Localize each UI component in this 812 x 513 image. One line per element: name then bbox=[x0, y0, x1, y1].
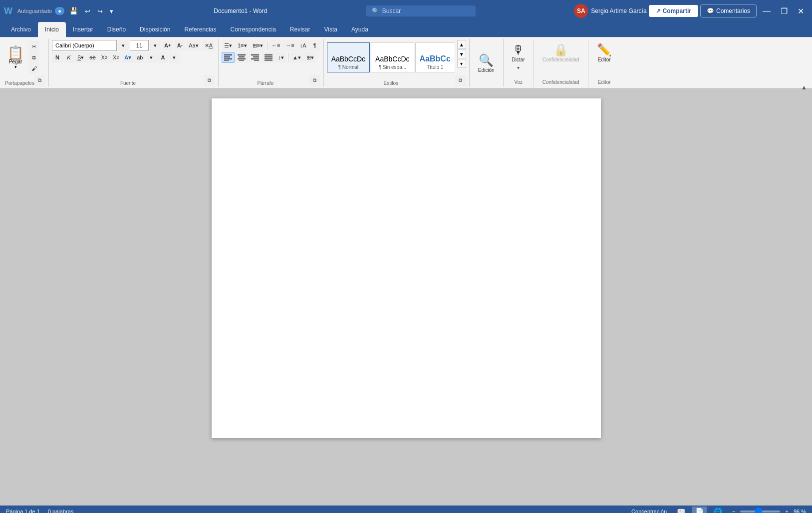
status-bar-right: Concentración 📖 📄 🌐 − + 96 % bbox=[628, 507, 806, 513]
styles-settings[interactable]: ⧉ bbox=[455, 75, 466, 86]
tab-inicio[interactable]: Inicio bbox=[38, 22, 66, 38]
show-marks-button[interactable]: ¶ bbox=[309, 40, 320, 51]
print-layout-button[interactable]: 📄 bbox=[692, 507, 707, 513]
confidencialidad-button[interactable]: 🔒 Confidencialidad bbox=[539, 41, 583, 64]
paragraph-group: ☰▾ 1≡▾ ⊞≡▾ ←≡ →≡ ↕A ¶ bbox=[219, 39, 324, 87]
paste-dropdown[interactable]: ▾ bbox=[14, 64, 17, 69]
editor-group-label: Editor bbox=[593, 78, 615, 85]
bullets-button[interactable]: ☰▾ bbox=[222, 40, 235, 51]
style-no-space-label: ¶ Sin espa... bbox=[379, 64, 406, 70]
clear-format-button[interactable]: ✕A bbox=[202, 40, 215, 51]
copy-button[interactable]: ⧉ bbox=[28, 52, 39, 63]
shading-button[interactable]: ▲▾ bbox=[290, 52, 303, 63]
customize-qat-button[interactable]: ▾ bbox=[108, 5, 115, 17]
align-left-button[interactable] bbox=[222, 52, 235, 63]
grow-font-button[interactable]: A+ bbox=[162, 40, 173, 51]
text-effects-button[interactable]: A▾ bbox=[122, 52, 134, 63]
superscript-button[interactable]: X2 bbox=[110, 52, 121, 63]
confidencialidad-group: 🔒 Confidencialidad Confidencialidad bbox=[534, 39, 588, 87]
edicion-button[interactable]: 🔍 Edición bbox=[475, 51, 498, 75]
increase-indent-button[interactable]: →≡ bbox=[283, 40, 296, 51]
style-normal[interactable]: AaBbCcDc ¶ Normal bbox=[327, 42, 370, 72]
change-case-button[interactable]: Aa▾ bbox=[186, 40, 201, 51]
paste-button[interactable]: 📋 Pegar ▾ bbox=[5, 40, 26, 75]
comments-label: Comentarios bbox=[716, 7, 750, 14]
comments-button[interactable]: 💬 Comentarios bbox=[700, 4, 757, 17]
restore-button[interactable]: ❐ bbox=[777, 4, 792, 18]
font-name-dropdown[interactable]: ▾ bbox=[118, 40, 129, 51]
tab-ayuda[interactable]: Ayuda bbox=[344, 22, 375, 38]
numbering-button[interactable]: 1≡▾ bbox=[235, 40, 250, 51]
styles-scroll-down[interactable]: ▼ bbox=[457, 49, 466, 58]
font-group: ▾ ▾ A+ A- Aa▾ ✕A N K S▾ ab X2 X2 A▾ bbox=[49, 39, 219, 87]
zoom-out-button[interactable]: − bbox=[729, 508, 738, 513]
minimize-button[interactable]: — bbox=[759, 4, 775, 17]
styles-gallery: AaBbCcDc ¶ Normal AaBbCcDc ¶ Sin espa...… bbox=[327, 40, 455, 75]
editor-button[interactable]: ✏️ Editor bbox=[593, 41, 615, 64]
web-layout-button[interactable]: 🌐 bbox=[711, 507, 725, 513]
dictar-button[interactable]: 🎙 Dictar bbox=[509, 41, 529, 64]
search-icon: 🔍 bbox=[372, 7, 379, 14]
collapse-ribbon-button[interactable]: ▲ bbox=[798, 83, 810, 92]
zoom-slider[interactable] bbox=[740, 511, 780, 513]
strikethrough-button[interactable]: ab bbox=[87, 52, 98, 63]
document-page[interactable] bbox=[212, 98, 601, 438]
format-painter-button[interactable]: 🖌 bbox=[28, 63, 39, 74]
style-normal-preview: AaBbCcDc bbox=[331, 55, 365, 63]
borders-button[interactable]: ⊞▾ bbox=[304, 52, 316, 63]
focus-button[interactable]: Concentración bbox=[628, 508, 670, 513]
autosave-toggle[interactable]: ● bbox=[55, 7, 64, 15]
svg-rect-2 bbox=[224, 58, 232, 59]
style-no-space[interactable]: AaBbCcDc ¶ Sin espa... bbox=[371, 42, 414, 72]
dictar-dropdown[interactable]: ▾ bbox=[515, 64, 522, 71]
cut-button[interactable]: ✂ bbox=[28, 41, 39, 52]
underline-button[interactable]: S▾ bbox=[75, 52, 86, 63]
save-button[interactable]: 💾 bbox=[67, 5, 80, 17]
font-color-button[interactable]: A bbox=[157, 52, 168, 63]
tab-vista[interactable]: Vista bbox=[317, 22, 344, 38]
close-button[interactable]: ✕ bbox=[794, 4, 808, 18]
multilevel-button[interactable]: ⊞≡▾ bbox=[250, 40, 266, 51]
italic-button[interactable]: K bbox=[63, 52, 74, 63]
tab-archivo[interactable]: Archivo bbox=[4, 22, 38, 38]
shrink-font-button[interactable]: A- bbox=[174, 40, 185, 51]
paragraph-settings[interactable]: ⧉ bbox=[309, 75, 320, 86]
zoom-in-button[interactable]: + bbox=[782, 508, 791, 513]
subscript-button[interactable]: X2 bbox=[99, 52, 110, 63]
tab-correspondencia[interactable]: Correspondencia bbox=[223, 22, 282, 38]
svg-rect-0 bbox=[224, 54, 232, 55]
confidencialidad-label: Confidencialidad bbox=[542, 57, 579, 62]
share-button[interactable]: ↗ Compartir bbox=[649, 5, 698, 17]
align-right-button[interactable] bbox=[249, 52, 262, 63]
styles-scroll-up[interactable]: ▲ bbox=[457, 40, 466, 49]
align-center-button[interactable] bbox=[235, 52, 248, 63]
tab-insertar[interactable]: Insertar bbox=[66, 22, 100, 38]
font-color-dropdown[interactable]: ▾ bbox=[169, 52, 180, 63]
read-mode-button[interactable]: 📖 bbox=[674, 507, 688, 513]
editor-icon: ✏️ bbox=[597, 43, 612, 57]
font-size-dropdown[interactable]: ▾ bbox=[150, 40, 161, 51]
style-title1[interactable]: AaBbCc Título 1 bbox=[415, 42, 455, 72]
search-input[interactable] bbox=[382, 7, 462, 14]
font-name-input[interactable] bbox=[52, 40, 117, 51]
decrease-indent-button[interactable]: ←≡ bbox=[269, 40, 282, 51]
line-spacing-button[interactable]: ↕▾ bbox=[275, 52, 286, 63]
tab-diseno[interactable]: Diseño bbox=[100, 22, 133, 38]
justify-button[interactable] bbox=[262, 52, 275, 63]
bold-button[interactable]: N bbox=[52, 52, 63, 63]
redo-button[interactable]: ↪ bbox=[95, 5, 105, 17]
search-box[interactable]: 🔍 bbox=[366, 5, 476, 16]
style-normal-label: ¶ Normal bbox=[338, 64, 358, 70]
highlight-button[interactable]: ab bbox=[134, 52, 145, 63]
confidencialidad-icon: 🔒 bbox=[553, 43, 568, 57]
styles-expand[interactable]: ▾ bbox=[457, 59, 466, 68]
sort-button[interactable]: ↕A bbox=[297, 40, 309, 51]
tab-revisar[interactable]: Revisar bbox=[283, 22, 317, 38]
tab-referencias[interactable]: Referencias bbox=[177, 22, 223, 38]
clipboard-settings[interactable]: ⧉ bbox=[34, 75, 45, 86]
undo-button[interactable]: ↩ bbox=[83, 5, 92, 17]
font-size-input[interactable] bbox=[130, 40, 149, 51]
highlight-dropdown[interactable]: ▾ bbox=[146, 52, 157, 63]
tab-disposicion[interactable]: Disposición bbox=[133, 22, 177, 38]
font-settings[interactable]: ⧉ bbox=[204, 75, 215, 86]
